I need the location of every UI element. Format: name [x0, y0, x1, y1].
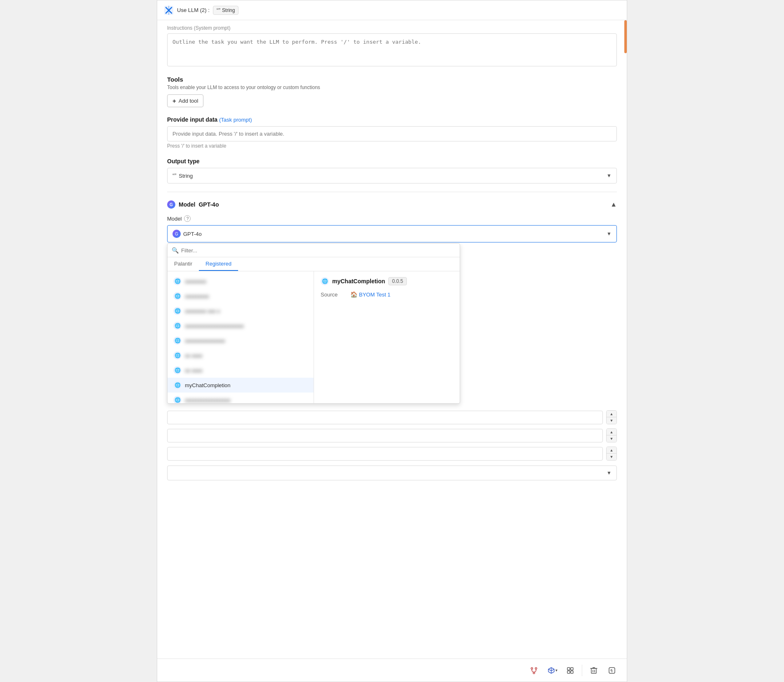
- model-dropdown-selected-value: GPT-4o: [183, 231, 202, 237]
- model-dropdown-gpt-icon: G: [172, 230, 181, 238]
- detail-source-value: 🏠 BYOM Test 1: [350, 291, 390, 298]
- detail-header: 🌐 myChatCompletion 0.0.5: [321, 277, 453, 285]
- list-item-globe-icon: 🌐: [173, 351, 182, 360]
- detail-version-badge: 0.0.5: [388, 277, 407, 285]
- trash-icon: [590, 667, 597, 674]
- header-title: Use LLM (2) :: [177, 7, 210, 13]
- extra-dropdown[interactable]: ▼: [167, 466, 617, 480]
- output-type-quote-icon: “”: [172, 172, 176, 179]
- add-tool-button[interactable]: + Add tool: [167, 94, 203, 107]
- model-section-header: G Model GPT-4o ▲: [167, 200, 617, 209]
- param-row-3: ▲ ▼: [167, 447, 617, 461]
- svg-rect-8: [571, 668, 573, 670]
- list-item-globe-icon: 🌐: [173, 336, 182, 345]
- cube-dropdown-chevron-icon: ▾: [555, 668, 557, 673]
- param-input-1[interactable]: [167, 411, 603, 424]
- param-row-1: ▲ ▼: [167, 410, 617, 424]
- list-item[interactable]: 🌐 xx xxxx: [168, 363, 314, 378]
- stepper-up-3[interactable]: ▲: [607, 447, 616, 454]
- model-dropdown-chevron-icon: ▼: [607, 231, 612, 237]
- model-expand-chevron-icon[interactable]: ▲: [610, 201, 617, 208]
- model-selected-label: GPT-4o: [198, 201, 219, 208]
- provide-input-field[interactable]: [167, 126, 617, 141]
- list-item-globe-icon: 🌐: [173, 366, 182, 374]
- string-badge-label: String: [222, 7, 235, 13]
- cube-button[interactable]: ▾: [544, 662, 560, 679]
- model-dropdown-panel: 🔍 Palantir Registered: [167, 243, 460, 404]
- trash-button[interactable]: [586, 662, 602, 679]
- model-field-label: Model: [167, 216, 182, 222]
- model-dropdown[interactable]: G GPT-4o ▼: [167, 225, 617, 242]
- model-help-icon[interactable]: ?: [184, 215, 191, 222]
- param-input-2[interactable]: [167, 429, 603, 442]
- detail-source-row: Source 🏠 BYOM Test 1: [321, 291, 453, 298]
- stepper-1: ▲ ▼: [606, 410, 617, 424]
- stepper-up-1[interactable]: ▲: [607, 411, 616, 417]
- list-item-globe-icon: 🌐: [173, 292, 182, 300]
- list-item-label: xxxxxxxxxxxxxxx: [185, 338, 225, 344]
- model-dropdown-left: G GPT-4o: [172, 230, 202, 238]
- svg-rect-7: [567, 668, 570, 670]
- stepper-down-3[interactable]: ▼: [607, 454, 616, 460]
- stepper-down-1[interactable]: ▼: [607, 417, 616, 424]
- list-item-label: xxxxxxxx xxx x: [185, 308, 220, 314]
- svg-rect-10: [571, 671, 573, 673]
- param-section: ▲ ▼ ▲ ▼ ▲ ▼: [167, 410, 617, 480]
- cube-icon: [547, 666, 555, 675]
- dropdown-detail-panel: 🌐 myChatCompletion 0.0.5 Source 🏠 BYOM T…: [314, 271, 460, 403]
- tools-description: Tools enable your LLM to access to your …: [167, 85, 617, 90]
- tab-registered[interactable]: Registered: [199, 257, 238, 271]
- svg-point-15: [612, 672, 612, 672]
- stepper-2: ▲ ▼: [606, 428, 617, 442]
- scroll-indicator: [624, 20, 627, 53]
- detail-globe-icon: 🌐: [321, 277, 329, 285]
- grid-icon: [566, 666, 574, 675]
- provide-input-label: Provide input data (Task prompt): [167, 116, 617, 123]
- string-badge: “” String: [213, 6, 239, 15]
- svg-rect-9: [567, 671, 570, 673]
- list-item-globe-icon: 🌐: [173, 322, 182, 330]
- shortcut-button[interactable]: [604, 662, 620, 679]
- list-item[interactable]: 🌐 xxxxxxxx: [168, 274, 314, 289]
- model-gpt-icon: G: [167, 200, 175, 209]
- param-input-3[interactable]: [167, 447, 603, 461]
- fork-button[interactable]: [526, 662, 542, 679]
- fork-icon: [530, 666, 538, 675]
- output-type-value: String: [179, 173, 193, 179]
- detail-title: myChatCompletion: [332, 278, 385, 285]
- output-type-section: Output type “” String ▼: [167, 158, 617, 183]
- detail-source-icon: 🏠: [350, 291, 357, 298]
- list-item[interactable]: 🌐 xxxxxxxx xxx x: [168, 303, 314, 318]
- list-item[interactable]: 🌐 xxxxxxxxxxxxxxx: [168, 333, 314, 348]
- bottom-toolbar: ▾: [157, 658, 627, 682]
- output-type-selected: “” String: [172, 172, 193, 179]
- output-type-dropdown[interactable]: “” String ▼: [167, 168, 617, 183]
- stepper-up-2[interactable]: ▲: [607, 429, 616, 435]
- list-item-label: xxxxxxxxx: [185, 293, 209, 299]
- tab-palantir[interactable]: Palantir: [168, 257, 199, 271]
- dropdown-body: 🌐 xxxxxxxx 🌐 xxxxxxxxx 🌐 xxxxxxxx xxx x: [168, 271, 460, 403]
- shortcut-icon: [608, 667, 616, 674]
- svg-rect-11: [591, 668, 596, 673]
- add-tool-label: Add tool: [179, 98, 198, 104]
- list-item[interactable]: 🌐 xxxxxxxxxxxxxxxxx: [168, 393, 314, 403]
- dropdown-list: 🌐 xxxxxxxx 🌐 xxxxxxxxx 🌐 xxxxxxxx xxx x: [168, 271, 314, 403]
- filter-input[interactable]: [181, 247, 456, 254]
- stepper-down-2[interactable]: ▼: [607, 435, 616, 442]
- instructions-textarea[interactable]: [167, 33, 617, 66]
- section-divider: [167, 192, 617, 192]
- instructions-label: Instructions (System prompt): [167, 20, 617, 33]
- grid-button[interactable]: [562, 662, 579, 679]
- output-type-chevron-icon: ▼: [607, 173, 612, 179]
- list-item[interactable]: 🌐 xxxxxxxxxxxxxxxxxxxxxx: [168, 318, 314, 333]
- list-item[interactable]: 🌐 xxxxxxxxx: [168, 289, 314, 303]
- toolbar-separator: [582, 665, 582, 676]
- model-label-row: Model ?: [167, 215, 617, 222]
- list-item[interactable]: 🌐 xx xxxx: [168, 348, 314, 363]
- detail-source-text: BYOM Test 1: [359, 292, 390, 298]
- stepper-3: ▲ ▼: [606, 447, 617, 461]
- list-item-mychatcompletion[interactable]: 🌐 myChatCompletion: [168, 378, 314, 393]
- plus-icon: +: [172, 97, 176, 104]
- param-row-2: ▲ ▼: [167, 428, 617, 442]
- list-item-label: xxxxxxxxxxxxxxxxx: [185, 397, 231, 403]
